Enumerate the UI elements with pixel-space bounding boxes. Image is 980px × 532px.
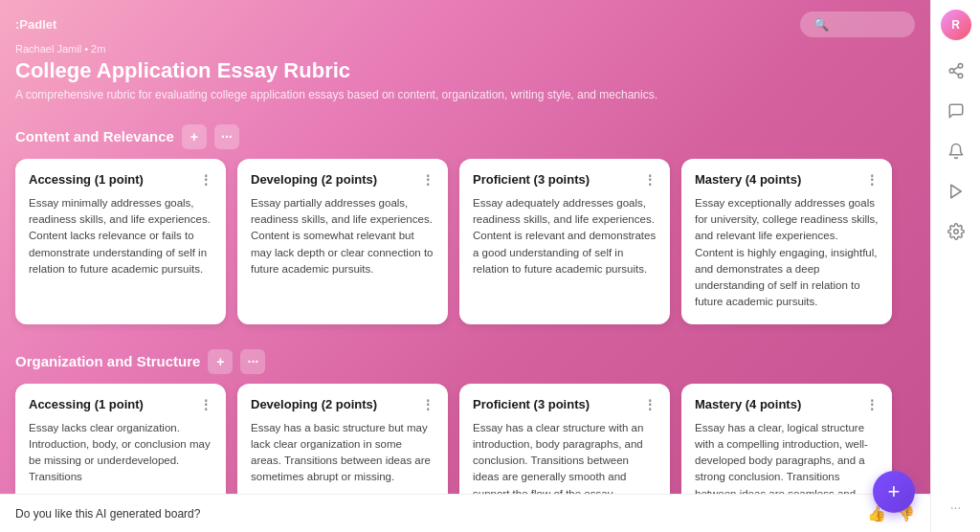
search-icon: 🔍 — [813, 17, 829, 32]
section-header-org: Organization and Structure + ··· — [0, 340, 930, 384]
card-org-text-1: Essay lacks clear organization. Introduc… — [29, 420, 212, 486]
more-org-button[interactable]: ··· — [240, 349, 265, 374]
card-org-header-1: Accessing (1 point) ⋮ — [29, 397, 212, 412]
card-org-menu-2[interactable]: ⋮ — [421, 397, 434, 412]
sidebar-more-icon[interactable]: ··· — [950, 499, 962, 515]
card-text-4: Essay exceptionally addresses goals for … — [695, 195, 879, 311]
more-content-button[interactable]: ··· — [214, 124, 239, 149]
section-title-org: Organization and Structure — [15, 353, 200, 369]
play-icon[interactable] — [939, 174, 973, 209]
card-org-title-2: Developing (2 points) — [251, 397, 377, 411]
add-content-button[interactable]: + — [182, 124, 207, 149]
svg-marker-5 — [950, 185, 961, 198]
ai-bar-text: Do you like this AI generated board? — [15, 507, 858, 521]
card-header-3: Proficient (3 points) ⋮ — [473, 172, 657, 188]
comment-icon[interactable] — [939, 94, 973, 128]
card-title-2: Developing (2 points) — [251, 172, 377, 187]
avatar[interactable]: R — [941, 10, 971, 40]
add-org-button[interactable]: + — [208, 349, 233, 374]
card-org-text-2: Essay has a basic structure but may lack… — [251, 420, 434, 486]
bell-icon[interactable] — [939, 134, 973, 168]
search-button[interactable]: 🔍 — [800, 11, 915, 37]
fab-button[interactable]: + — [873, 471, 915, 513]
card-menu-3[interactable]: ⋮ — [643, 172, 657, 188]
link-icon[interactable] — [939, 54, 973, 88]
svg-line-3 — [953, 72, 958, 75]
card-org-title-4: Mastery (4 points) — [695, 397, 801, 411]
app-logo: :Padlet — [15, 17, 56, 32]
page-subtitle: A comprehensive rubric for evaluating co… — [15, 87, 915, 103]
card-content-1: Accessing (1 point) ⋮ Essay minimally ad… — [15, 159, 226, 324]
section-title-content: Content and Relevance — [15, 128, 174, 144]
card-org-header-3: Proficient (3 points) ⋮ — [473, 397, 657, 412]
cards-row-content: Accessing (1 point) ⋮ Essay minimally ad… — [0, 159, 930, 340]
card-title-3: Proficient (3 points) — [473, 172, 590, 187]
card-org-menu-3[interactable]: ⋮ — [643, 397, 657, 412]
card-content-2: Developing (2 points) ⋮ Essay partially … — [237, 159, 448, 324]
card-text-2: Essay partially addresses goals, readine… — [251, 195, 434, 277]
header-section: Rachael Jamil • 2m College Application E… — [0, 41, 930, 115]
right-sidebar: R ··· — [930, 0, 980, 532]
settings-icon[interactable] — [939, 214, 973, 249]
card-org-header-2: Developing (2 points) ⋮ — [251, 397, 434, 412]
card-text-1: Essay minimally addresses goals, readine… — [29, 195, 212, 277]
card-org-title-1: Accessing (1 point) — [29, 397, 144, 411]
card-org-menu-4[interactable]: ⋮ — [865, 397, 879, 412]
card-header-4: Mastery (4 points) ⋮ — [695, 172, 879, 188]
card-org-title-3: Proficient (3 points) — [473, 397, 590, 411]
card-header-2: Developing (2 points) ⋮ — [251, 172, 434, 188]
card-title-1: Accessing (1 point) — [29, 172, 144, 187]
card-content-4: Mastery (4 points) ⋮ Essay exceptionally… — [681, 159, 892, 324]
svg-line-4 — [953, 67, 958, 70]
svg-point-6 — [953, 230, 958, 234]
card-content-3: Proficient (3 points) ⋮ Essay adequately… — [459, 159, 670, 324]
card-menu-4[interactable]: ⋮ — [865, 172, 879, 188]
ai-bar: Do you like this AI generated board? 👍 👎 — [0, 494, 930, 532]
top-bar: :Padlet 🔍 — [0, 0, 930, 41]
card-org-menu-1[interactable]: ⋮ — [199, 397, 212, 412]
page-title: College Application Essay Rubric — [15, 58, 915, 83]
card-text-3: Essay adequately addresses goals, readin… — [473, 195, 657, 277]
section-header-content: Content and Relevance + ··· — [0, 115, 930, 159]
author-line: Rachael Jamil • 2m — [15, 43, 915, 55]
card-org-header-4: Mastery (4 points) ⋮ — [695, 397, 879, 412]
card-menu-2[interactable]: ⋮ — [421, 172, 434, 188]
card-header-1: Accessing (1 point) ⋮ — [29, 172, 212, 188]
card-title-4: Mastery (4 points) — [695, 172, 801, 187]
card-org-text-3: Essay has a clear structure with an intr… — [473, 420, 657, 502]
card-menu-1[interactable]: ⋮ — [199, 172, 212, 188]
main-content: :Padlet 🔍 Rachael Jamil • 2m College App… — [0, 0, 930, 532]
